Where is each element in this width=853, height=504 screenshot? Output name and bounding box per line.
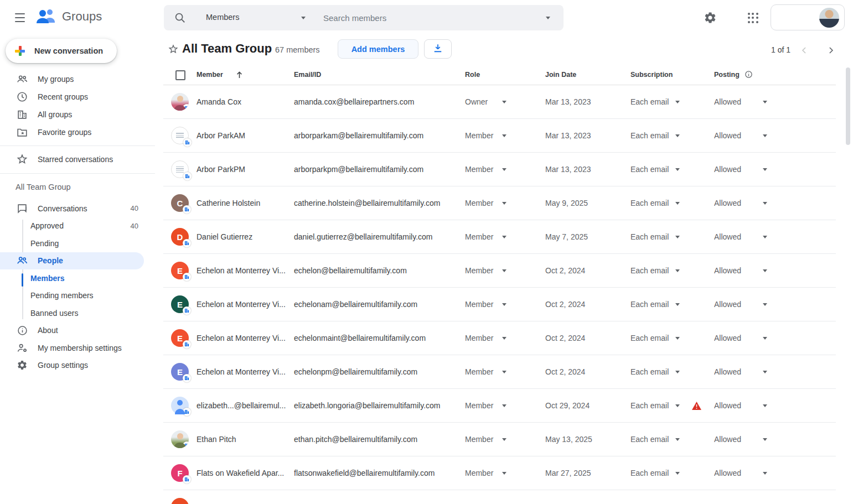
table-row[interactable]: Ethan Pitch ethan.pitch@bellairemultifam… (163, 423, 836, 456)
subscription-dropdown-icon[interactable] (675, 236, 680, 238)
role-dropdown-icon[interactable] (502, 472, 506, 475)
sort-ascending-icon[interactable] (234, 70, 245, 82)
subscription-dropdown-icon[interactable] (675, 168, 680, 171)
search-scope-caret-icon[interactable] (301, 17, 306, 19)
member-subscription: Each email (630, 153, 680, 186)
search-options-caret-icon[interactable] (546, 17, 550, 19)
member-avatar (171, 160, 189, 178)
member-subscription: Each email (630, 423, 680, 456)
search-icon[interactable] (174, 12, 186, 26)
menu-icon[interactable] (8, 6, 32, 30)
sidebar-item-recent-groups[interactable]: Recent groups (0, 88, 155, 106)
table-row[interactable]: E Echelon at Monterrey Vi... echelonam@b… (163, 288, 836, 321)
subscription-dropdown-icon[interactable] (675, 101, 680, 103)
sidebar-item-my-groups[interactable]: My groups (0, 70, 155, 88)
posting-dropdown-icon[interactable] (763, 472, 767, 475)
role-dropdown-icon[interactable] (502, 101, 506, 103)
table-row[interactable]: Arbor ParkAM arborparkam@bellairemultifa… (163, 119, 836, 153)
posting-dropdown-icon[interactable] (763, 134, 767, 137)
table-row[interactable]: E Echelon at Monterrey Vi... echelonmain… (163, 321, 836, 355)
sidebar-item-pending-members[interactable]: Pending members (0, 287, 155, 305)
member-role: Member (465, 423, 504, 456)
sidebar-item-about[interactable]: About (0, 322, 155, 340)
posting-dropdown-icon[interactable] (763, 337, 767, 340)
subscription-dropdown-icon[interactable] (675, 404, 680, 407)
subscription-dropdown-icon[interactable] (675, 337, 680, 340)
table-row[interactable]: E Echelon at Monterrey Vi... echelon@bel… (163, 254, 836, 288)
role-dropdown-icon[interactable] (502, 303, 506, 306)
role-dropdown-icon[interactable] (502, 202, 506, 205)
sidebar-item-pending[interactable]: Pending (0, 235, 155, 252)
settings-gear-icon[interactable] (699, 7, 721, 29)
posting-dropdown-icon[interactable] (763, 371, 767, 373)
table-row[interactable]: Arbor ParkPM arborparkpm@bellairemultifa… (163, 153, 836, 186)
subscription-dropdown-icon[interactable] (675, 438, 680, 441)
previous-page-icon[interactable] (798, 44, 811, 58)
posting-dropdown-icon[interactable] (763, 438, 767, 441)
subscription-dropdown-icon[interactable] (675, 303, 680, 306)
table-row[interactable]: Amanda Cox amanda.cox@bellairepartners.c… (163, 85, 836, 119)
member-avatar: D (171, 228, 189, 246)
groups-logo[interactable]: Groups (35, 7, 102, 26)
table-row[interactable]: F Flats on Wakefield Apar... flatsonwake… (163, 456, 836, 490)
table-row[interactable]: elizabeth...@bellairemul... elizabeth.lo… (163, 389, 836, 423)
vertical-scrollbar[interactable] (846, 67, 850, 145)
domain-icon (15, 108, 29, 121)
posting-dropdown-icon[interactable] (763, 269, 767, 272)
sidebar-item-starred-conversations[interactable]: Starred conversations (0, 150, 155, 168)
sidebar-item-approved[interactable]: Approved 40 (0, 217, 155, 235)
search-input[interactable] (323, 9, 539, 26)
posting-dropdown-icon[interactable] (763, 101, 767, 103)
new-conversation-button[interactable]: New conversation (6, 39, 117, 63)
account-avatar[interactable] (819, 8, 839, 28)
subscription-dropdown-icon[interactable] (675, 371, 680, 373)
subscription-dropdown-icon[interactable] (675, 134, 680, 137)
subscription-dropdown-icon[interactable] (675, 269, 680, 272)
table-row[interactable]: D Daniel Gutierrez daniel.gutierrez@bell… (163, 220, 836, 254)
next-page-icon[interactable] (824, 44, 838, 58)
role-dropdown-icon[interactable] (502, 236, 506, 238)
role-dropdown-icon[interactable] (502, 168, 506, 171)
sidebar-item-all-groups[interactable]: All groups (0, 106, 155, 123)
sidebar-item-my-membership-settings[interactable]: My membership settings (0, 339, 155, 357)
sidebar-item-members[interactable]: Members (0, 269, 155, 287)
table-row[interactable]: C Catherine Holstein catherine.holstein@… (163, 186, 836, 220)
sidebar-item-label: Pending (30, 239, 59, 248)
posting-dropdown-icon[interactable] (763, 404, 767, 407)
account-chip[interactable] (771, 4, 845, 30)
sidebar-item-banned-users[interactable]: Banned users (0, 304, 155, 322)
sidebar-item-conversations[interactable]: Conversations 40 (0, 200, 155, 217)
role-dropdown-icon[interactable] (502, 134, 506, 137)
sidebar-item-people[interactable]: People (0, 252, 144, 270)
table-row[interactable] (163, 490, 836, 504)
subscription-dropdown-icon[interactable] (675, 472, 680, 475)
select-all-checkbox[interactable] (175, 70, 185, 80)
download-button[interactable] (424, 39, 452, 59)
sidebar-item-label: Favorite groups (38, 128, 91, 137)
member-avatar (171, 498, 189, 504)
posting-info-icon[interactable] (745, 70, 753, 81)
role-dropdown-icon[interactable] (502, 337, 506, 340)
favorite-star-icon[interactable] (168, 44, 179, 56)
column-header-member[interactable]: Member (197, 71, 223, 79)
apps-grid-icon[interactable] (742, 7, 764, 29)
sidebar-item-favorite-groups[interactable]: Favorite groups (0, 123, 155, 141)
member-posting: Allowed (714, 254, 764, 288)
posting-dropdown-icon[interactable] (763, 303, 767, 306)
role-dropdown-icon[interactable] (502, 438, 506, 441)
role-dropdown-icon[interactable] (502, 404, 506, 407)
subscription-dropdown-icon[interactable] (675, 202, 680, 205)
posting-dropdown-icon[interactable] (763, 236, 767, 238)
org-badge-icon (183, 441, 189, 448)
org-badge-icon (183, 475, 191, 484)
member-role: Member (465, 456, 504, 490)
posting-dropdown-icon[interactable] (763, 202, 767, 205)
search-scope-dropdown[interactable]: Members (206, 13, 239, 22)
add-members-button[interactable]: Add members (338, 39, 418, 59)
role-dropdown-icon[interactable] (502, 371, 506, 373)
table-row[interactable]: E Echelon at Monterrey Vi... echelonpm@b… (163, 355, 836, 389)
member-email: ethan.pitch@bellairemultifamily.com (294, 423, 460, 456)
sidebar-item-group-settings[interactable]: Group settings (0, 357, 155, 375)
posting-dropdown-icon[interactable] (763, 168, 767, 171)
role-dropdown-icon[interactable] (502, 269, 506, 272)
